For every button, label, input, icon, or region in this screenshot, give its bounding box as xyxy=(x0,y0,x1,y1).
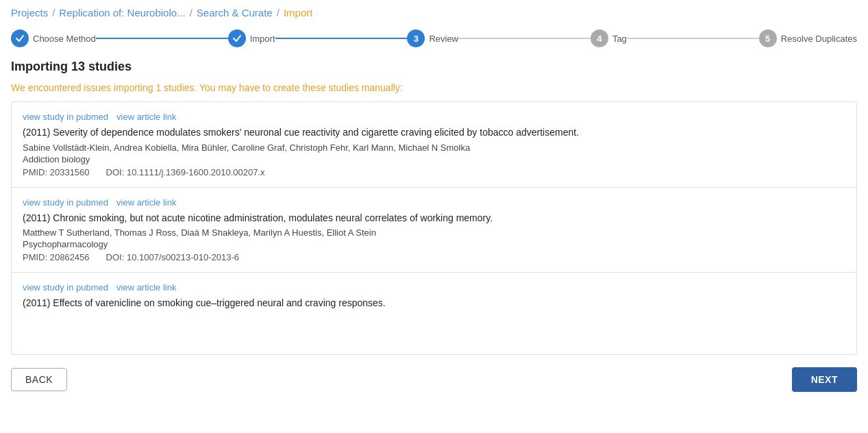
article-link-2[interactable]: view article link xyxy=(116,197,176,208)
study-title-1: (2011) Severity of dependence modulates … xyxy=(23,126,845,140)
breadcrumb-search-curate[interactable]: Search & Curate xyxy=(197,7,273,18)
checkmark-icon xyxy=(15,34,25,43)
warning-message: We encountered issues importing 1 studie… xyxy=(0,79,868,101)
step-review: 3 Review xyxy=(407,29,458,47)
step-line-1 xyxy=(96,38,228,39)
step-line-4 xyxy=(627,38,759,39)
step-resolve-duplicates-label: Resolve Duplicates xyxy=(781,34,857,44)
study-links-3: view study in pubmed view article link xyxy=(23,282,845,293)
breadcrumb-sep-2: / xyxy=(190,7,193,18)
breadcrumb-sep-3: / xyxy=(277,7,280,18)
breadcrumb-import: Import xyxy=(284,7,313,18)
study-authors-1: Sabine Vollstädt-Klein, Andrea Kobiella,… xyxy=(23,143,845,153)
step-tag-circle: 4 xyxy=(591,29,608,47)
breadcrumb: Projects / Replication of: Neurobiolo...… xyxy=(0,0,868,23)
checkmark-icon-2 xyxy=(232,34,242,43)
article-link-1[interactable]: view article link xyxy=(116,112,176,122)
pubmed-link-3[interactable]: view study in pubmed xyxy=(23,282,108,293)
study-journal-2: Psychopharmacology xyxy=(23,239,845,249)
study-links-2: view study in pubmed view article link xyxy=(23,197,845,208)
breadcrumb-sep-1: / xyxy=(52,7,55,18)
step-choose-method: Choose Method xyxy=(11,29,96,47)
table-row: view study in pubmed view article link (… xyxy=(12,273,856,323)
next-button[interactable]: NEXT xyxy=(792,367,857,392)
back-button[interactable]: BACK xyxy=(11,368,67,391)
step-tag: 4 Tag xyxy=(591,29,627,47)
table-row: view study in pubmed view article link (… xyxy=(12,188,856,273)
step-review-label: Review xyxy=(429,34,458,44)
pubmed-link-2[interactable]: view study in pubmed xyxy=(23,197,108,208)
study-pmid-2: PMID: 20862456 xyxy=(23,252,90,262)
study-links-1: view study in pubmed view article link xyxy=(23,112,845,122)
step-resolve-duplicates: 5 Resolve Duplicates xyxy=(759,29,857,47)
article-link-3[interactable]: view article link xyxy=(116,282,176,293)
study-title-3: (2011) Effects of varenicline on smoking… xyxy=(23,297,845,310)
step-line-3 xyxy=(458,38,591,39)
step-review-circle: 3 xyxy=(407,29,425,47)
page-title: Importing 13 studies xyxy=(0,57,868,79)
studies-list[interactable]: view study in pubmed view article link (… xyxy=(11,101,857,355)
study-ids-1: PMID: 20331560 DOI: 10.1111/j.1369-1600.… xyxy=(23,167,845,177)
step-line-2 xyxy=(275,38,408,39)
study-ids-2: PMID: 20862456 DOI: 10.1007/s00213-010-2… xyxy=(23,252,845,262)
study-pmid-1: PMID: 20331560 xyxy=(23,167,90,177)
stepper: Choose Method Import 3 Review 4 Tag 5 Re… xyxy=(0,23,868,57)
pubmed-link-1[interactable]: view study in pubmed xyxy=(23,112,108,122)
step-resolve-duplicates-circle: 5 xyxy=(759,29,777,47)
study-doi-2: DOI: 10.1007/s00213-010-2013-6 xyxy=(106,252,239,262)
step-choose-method-circle xyxy=(11,29,29,47)
table-row: view study in pubmed view article link (… xyxy=(12,102,856,188)
step-import-label: Import xyxy=(250,34,275,44)
step-choose-method-label: Choose Method xyxy=(33,34,96,44)
step-import: Import xyxy=(228,29,275,47)
breadcrumb-replication[interactable]: Replication of: Neurobiolo... xyxy=(59,7,185,18)
step-import-circle xyxy=(228,29,246,47)
footer: BACK NEXT xyxy=(0,355,868,404)
study-doi-1: DOI: 10.1111/j.1369-1600.2010.00207.x xyxy=(106,167,265,177)
breadcrumb-projects[interactable]: Projects xyxy=(11,7,48,18)
study-journal-1: Addiction biology xyxy=(23,154,845,164)
step-tag-label: Tag xyxy=(612,34,627,44)
study-authors-2: Matthew T Sutherland, Thomas J Ross, Dia… xyxy=(23,227,845,238)
study-title-2: (2011) Chronic smoking, but not acute ni… xyxy=(23,212,845,225)
